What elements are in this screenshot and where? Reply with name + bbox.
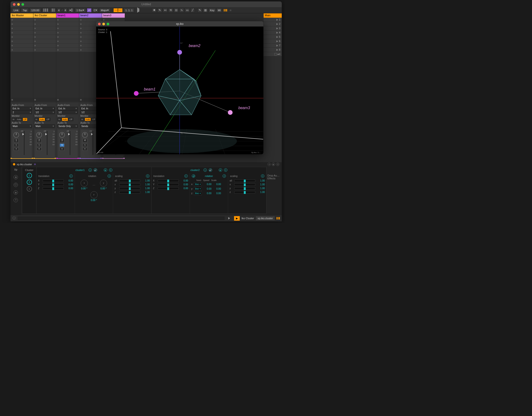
effects-drop-zone[interactable]: Drop Au… Effects bbox=[266, 167, 282, 215]
reset-icon[interactable]: R bbox=[146, 174, 149, 178]
arm-button[interactable]: ● bbox=[14, 147, 19, 151]
preview-play-icon[interactable] bbox=[228, 217, 230, 219]
rot-speed-value[interactable]: 0.00 bbox=[203, 183, 211, 186]
trans-z-slider[interactable] bbox=[158, 187, 179, 190]
monitor-in-button[interactable]: In bbox=[80, 118, 84, 121]
scale-y-slider[interactable] bbox=[119, 187, 140, 190]
record-button[interactable] bbox=[146, 9, 149, 12]
layout-icon[interactable]: ▭ bbox=[185, 8, 190, 12]
globe-icon[interactable]: ⊕ bbox=[14, 190, 18, 195]
clip-slot[interactable] bbox=[56, 18, 79, 22]
solo-button[interactable]: S bbox=[83, 144, 87, 147]
monitor-auto-button[interactable]: Auto bbox=[62, 118, 68, 121]
scene-play-icon[interactable] bbox=[276, 45, 278, 47]
clip-slot[interactable] bbox=[33, 35, 56, 39]
midi-map-button[interactable]: MI bbox=[217, 8, 222, 12]
stop-button[interactable] bbox=[142, 9, 145, 12]
clip-stop-icon[interactable] bbox=[57, 40, 59, 42]
record-cluster-icon[interactable]: ■ bbox=[104, 168, 107, 172]
fader-handle-icon[interactable] bbox=[91, 133, 93, 135]
cluster-name[interactable]: cluster1 bbox=[75, 168, 85, 171]
scene-play-icon[interactable] bbox=[276, 49, 278, 51]
session-rec-icon[interactable]: ⟲ bbox=[168, 8, 173, 12]
clip-stop-icon[interactable] bbox=[80, 19, 82, 21]
rot-func-menu[interactable]: line bbox=[194, 182, 202, 186]
info-icon[interactable]: ⓘ bbox=[14, 183, 18, 187]
position-field[interactable]: 1. 1. 1 bbox=[124, 8, 134, 12]
scene-slot[interactable]: 2 bbox=[264, 22, 282, 26]
clip-slot[interactable] bbox=[10, 48, 33, 52]
reset-icon[interactable]: R bbox=[261, 174, 264, 178]
trans-y-slider[interactable] bbox=[43, 183, 64, 186]
device-hotswap-icon[interactable]: ⟲ bbox=[267, 163, 271, 166]
piano-icon[interactable]: ▥ bbox=[203, 8, 208, 12]
scene-play-icon[interactable] bbox=[276, 23, 278, 25]
track-header[interactable]: beam3 bbox=[102, 13, 125, 18]
automation-icon[interactable]: ∿ bbox=[179, 8, 184, 12]
clip-stop-icon[interactable] bbox=[80, 99, 82, 101]
viz-canvas[interactable]: beam1 beam2 beam3 Source: 3 Cluster: 1 f… bbox=[96, 27, 263, 154]
clip-slot[interactable] bbox=[56, 26, 79, 30]
clip-stop-icon[interactable] bbox=[80, 40, 82, 42]
monitor-auto-button[interactable]: Auto bbox=[85, 118, 91, 121]
audio-from-menu[interactable]: Ext. In bbox=[57, 107, 78, 110]
beam-ball[interactable] bbox=[177, 50, 182, 55]
stop-all-slot[interactable] bbox=[10, 98, 33, 102]
status-device-button[interactable]: xp.iko.cluster bbox=[256, 216, 275, 221]
trans-x-value[interactable]: 0.00 bbox=[180, 179, 188, 182]
trans-z-value[interactable]: 0.00 bbox=[180, 187, 188, 190]
tempo-field[interactable]: 120.00 bbox=[29, 8, 41, 12]
key-map-button[interactable]: Key bbox=[209, 8, 216, 12]
rot-y-knob[interactable]: y bbox=[100, 179, 107, 187]
edit-icon[interactable]: ✎ bbox=[198, 8, 202, 12]
clip-slot[interactable] bbox=[56, 35, 79, 39]
arm-button[interactable]: ● bbox=[60, 147, 64, 151]
clip-slot[interactable] bbox=[33, 30, 56, 35]
track-activator[interactable]: 4 bbox=[83, 139, 87, 143]
clip-stop-icon[interactable] bbox=[57, 36, 59, 38]
rot-func-menu[interactable]: line bbox=[194, 187, 202, 191]
monitor-off-button[interactable]: Off bbox=[23, 118, 28, 121]
scale-z-value[interactable]: 1.00 bbox=[142, 191, 150, 193]
clip-slot[interactable] bbox=[56, 39, 79, 43]
clip-stop-icon[interactable] bbox=[103, 19, 105, 21]
nudge-down-icon[interactable]: ┃┃ bbox=[50, 8, 56, 12]
stop-all-slot[interactable] bbox=[33, 98, 56, 102]
scale-z-slider[interactable] bbox=[119, 191, 140, 193]
beam-ball[interactable] bbox=[134, 91, 139, 96]
cluster-name[interactable]: cluster2 bbox=[190, 168, 200, 171]
scene-slot[interactable]: 3 bbox=[264, 26, 282, 30]
link-button[interactable]: Link bbox=[12, 8, 20, 12]
key-scale[interactable]: Major ▾ bbox=[99, 8, 111, 12]
scale-y-slider[interactable] bbox=[234, 187, 255, 190]
scene-play-icon[interactable] bbox=[276, 28, 278, 29]
track-activator[interactable]: 2 bbox=[37, 139, 41, 143]
clip-stop-icon[interactable] bbox=[57, 28, 59, 29]
reset-cluster-icon[interactable]: R bbox=[109, 168, 112, 172]
scale-y-value[interactable]: 1.00 bbox=[257, 187, 265, 190]
monitor-in-button[interactable]: In bbox=[57, 118, 61, 121]
rot-speed-value[interactable]: 0.00 bbox=[203, 192, 211, 195]
clip-stop-icon[interactable] bbox=[80, 49, 82, 51]
clip-stop-icon[interactable] bbox=[11, 45, 13, 47]
pan-knob[interactable] bbox=[59, 132, 65, 138]
power-icon[interactable]: ⏻ bbox=[192, 174, 195, 178]
clip-slot[interactable] bbox=[33, 39, 56, 43]
scale-all-value[interactable]: 1.00 bbox=[257, 179, 265, 182]
fader-handle-icon[interactable] bbox=[45, 133, 47, 135]
track-header[interactable]: beam1 bbox=[56, 13, 79, 18]
clip-slot[interactable] bbox=[10, 22, 33, 26]
speaker-icon[interactable]: 🔊 bbox=[209, 168, 212, 172]
scene-slot[interactable]: 5 bbox=[264, 35, 282, 39]
clip-stop-icon[interactable] bbox=[57, 23, 59, 25]
clip-stop-icon[interactable] bbox=[80, 45, 82, 47]
scene-play-icon[interactable] bbox=[276, 32, 278, 34]
audio-from-menu[interactable]: Ext. In bbox=[35, 107, 55, 110]
clip-slot[interactable] bbox=[10, 39, 33, 43]
gear-icon[interactable]: ⚙ bbox=[14, 175, 18, 179]
midi-capture-icon[interactable]: ↤ bbox=[163, 8, 168, 12]
clip-slot[interactable] bbox=[33, 18, 56, 22]
rot-speed-value[interactable]: 0.00 bbox=[203, 188, 211, 190]
clip-stop-icon[interactable] bbox=[11, 40, 13, 42]
scene-slot[interactable]: 6 bbox=[264, 39, 282, 43]
